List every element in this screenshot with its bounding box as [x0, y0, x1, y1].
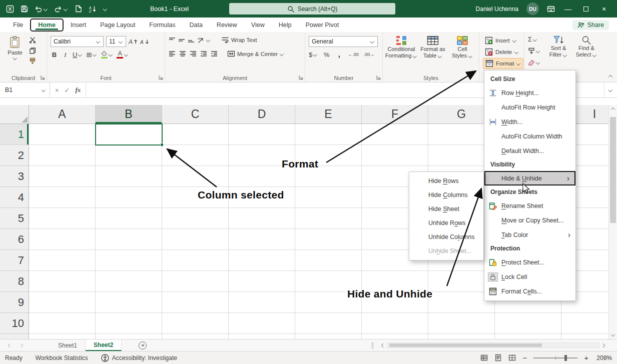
zoom-slider[interactable] [533, 354, 577, 362]
prev-sheet-icon[interactable] [7, 343, 12, 348]
conditional-formatting-button[interactable]: Conditional Formatting [386, 35, 417, 59]
sheet-tab-sheet2[interactable]: Sheet2 [86, 340, 122, 351]
new-sheet-button[interactable]: + [139, 342, 147, 350]
align-center-icon[interactable] [179, 50, 186, 57]
borders-button[interactable]: ⊞ [86, 52, 97, 58]
align-bottom-icon[interactable] [188, 37, 195, 43]
column-header-D[interactable]: D [229, 105, 295, 124]
column-header-A[interactable]: A [29, 105, 96, 124]
excel-app-icon[interactable] [6, 5, 14, 13]
format-as-table-button[interactable]: Format as Table [418, 35, 448, 59]
align-middle-icon[interactable] [178, 37, 185, 43]
increase-decimal-button[interactable]: ←.00 [348, 52, 359, 57]
share-button[interactable]: Share [572, 20, 609, 30]
select-all-corner[interactable] [0, 105, 29, 124]
format-button[interactable]: Format [483, 58, 523, 69]
horizontal-scrollbar-thumb[interactable] [389, 344, 542, 347]
accessibility-status[interactable]: Accessibility: Investigate [101, 354, 177, 362]
cut-icon[interactable] [29, 36, 36, 44]
ribbon-display-options-icon[interactable] [547, 5, 555, 13]
column-header-B[interactable]: B [96, 105, 162, 124]
row-header-5[interactable]: 5 [0, 208, 29, 229]
cell-styles-button[interactable]: Cell Styles [449, 35, 476, 59]
qat-customize-icon[interactable] [103, 8, 108, 10]
sort-icon[interactable]: AZ [89, 5, 97, 13]
scroll-left-icon[interactable] [380, 343, 385, 348]
undo-button[interactable] [35, 5, 48, 12]
decrease-decimal-button[interactable]: .00→ [364, 52, 375, 57]
collapse-ribbon-icon[interactable] [608, 74, 613, 79]
insert-function-icon[interactable]: fx [76, 86, 81, 94]
number-format-combo[interactable]: General [309, 36, 378, 47]
menu-item-hide-columns[interactable]: Hide Columns [409, 188, 483, 202]
menu-item-row-height[interactable]: Row Height... [484, 86, 575, 100]
font-name-combo[interactable]: Calibri [51, 36, 104, 47]
workbook-statistics[interactable]: Workbook Statistics [36, 354, 88, 362]
tab-insert[interactable]: Insert [64, 18, 93, 32]
formula-bar-expand[interactable] [604, 82, 617, 98]
clipboard-dialog-launcher-icon[interactable] [40, 75, 45, 80]
font-color-button[interactable]: A [117, 51, 129, 58]
maximize-button[interactable] [581, 6, 591, 12]
minimize-button[interactable]: — [563, 6, 573, 12]
column-header-F[interactable]: F [362, 105, 428, 124]
fill-color-button[interactable] [101, 50, 113, 58]
decrease-indent-icon[interactable] [200, 50, 207, 57]
row-header-7[interactable]: 7 [0, 250, 29, 271]
scroll-up-icon[interactable] [610, 106, 615, 112]
menu-item-hide-sheet[interactable]: Hide Sheet [409, 202, 483, 216]
page-break-view-icon[interactable] [508, 354, 516, 362]
normal-view-icon[interactable] [480, 354, 488, 362]
tab-splitter[interactable] [372, 342, 373, 349]
tab-review[interactable]: Review [210, 18, 244, 32]
percent-style-button[interactable]: % [323, 52, 330, 58]
tab-data[interactable]: Data [182, 18, 209, 32]
menu-item-tab-color[interactable]: Tab Color› [484, 228, 575, 242]
fill-handle[interactable] [160, 143, 164, 146]
scroll-right-icon[interactable] [601, 343, 606, 348]
copy-icon[interactable] [29, 47, 36, 54]
redo-button[interactable] [55, 5, 68, 12]
zoom-slider-thumb[interactable] [564, 355, 567, 361]
enter-icon[interactable]: ✓ [65, 86, 70, 94]
tab-power-pivot[interactable]: Power Pivot [298, 18, 346, 32]
underline-button[interactable]: U [73, 52, 83, 58]
tab-view[interactable]: View [244, 18, 272, 32]
merge-center-button[interactable]: Merge & Center [227, 50, 284, 57]
tab-formulas[interactable]: Formulas [142, 18, 182, 32]
tab-file[interactable]: File [6, 18, 30, 32]
name-box[interactable]: B1 [0, 82, 50, 98]
paste-button[interactable]: Paste [4, 36, 26, 60]
close-button[interactable]: × [599, 6, 609, 12]
vertical-scrollbar[interactable] [608, 105, 617, 339]
menu-item-autofit-column-width[interactable]: AutoFit Column Width [484, 129, 575, 144]
delete-button[interactable]: Delete [483, 46, 521, 58]
menu-item-protect-sheet[interactable]: Protect Sheet... [484, 255, 575, 270]
insert-button[interactable]: Insert [483, 35, 519, 46]
tab-help[interactable]: Help [272, 18, 299, 32]
increase-indent-icon[interactable] [211, 50, 218, 57]
menu-item-unhide-columns[interactable]: Unhide Columns [409, 230, 483, 244]
autosum-button[interactable]: Σ [528, 36, 537, 42]
accounting-format-button[interactable]: $ [309, 52, 318, 58]
align-top-icon[interactable] [169, 37, 176, 43]
horizontal-scrollbar[interactable] [380, 342, 606, 349]
menu-item-hide-unhide[interactable]: Hide & Unhide› [484, 171, 575, 186]
row-header-10[interactable]: 10 [0, 313, 29, 334]
row-header-partial[interactable] [0, 334, 29, 339]
tab-home[interactable]: Home [30, 18, 64, 32]
column-header-E[interactable]: E [295, 105, 362, 124]
find-select-button[interactable]: Find & Select [573, 35, 599, 58]
format-painter-icon[interactable] [29, 58, 36, 64]
menu-item-unhide-rows[interactable]: Unhide Rows [409, 216, 483, 230]
increase-font-size-icon[interactable]: A [129, 38, 138, 45]
row-header-6[interactable]: 6 [0, 229, 29, 250]
zoom-out-button[interactable]: − [522, 354, 527, 362]
menu-item-hide-rows[interactable]: Hide Rows [409, 174, 483, 188]
menu-item-move-or-copy-sheet[interactable]: Move or Copy Sheet... [484, 213, 575, 228]
alignment-dialog-launcher-icon[interactable] [298, 75, 303, 80]
font-dialog-launcher-icon[interactable] [158, 75, 163, 80]
save-icon[interactable] [21, 5, 28, 12]
clear-button[interactable] [528, 59, 540, 66]
next-sheet-icon[interactable] [19, 343, 24, 348]
